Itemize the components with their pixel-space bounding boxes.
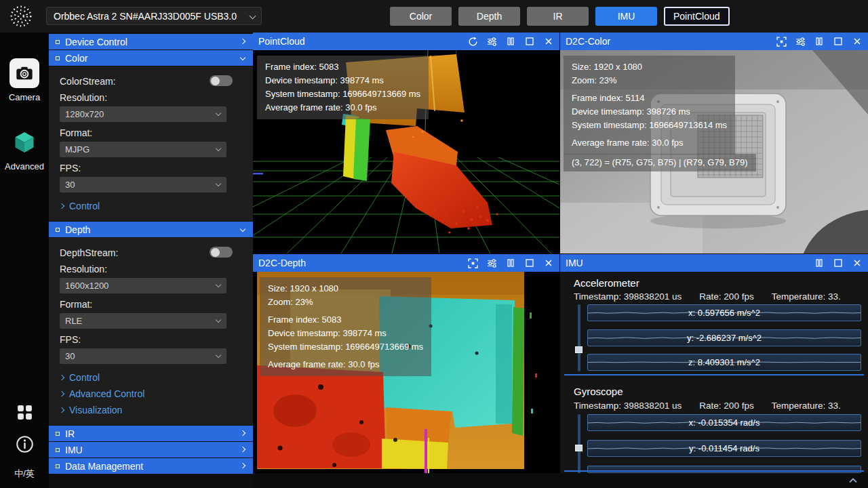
system-timestamp: System timestamp: 1696649713669 ms bbox=[265, 87, 420, 101]
system-timestamp: System timestamp: 1696649713669 ms bbox=[268, 340, 423, 354]
color-format-value: MJPG bbox=[65, 144, 90, 155]
accel-temperature: Temperature: 33. bbox=[772, 291, 841, 302]
depth-visualization-link[interactable]: Visualization bbox=[60, 402, 242, 418]
close-icon[interactable] bbox=[852, 258, 863, 268]
colorstream-toggle[interactable] bbox=[210, 75, 233, 86]
pause-icon[interactable] bbox=[814, 258, 825, 268]
orbbec-viewer-app: Orbbec Astra 2 SN#AARJ33D005F USB3.0 Col… bbox=[0, 0, 868, 488]
chevron-right-icon bbox=[240, 430, 245, 436]
format-label: Format: bbox=[60, 298, 242, 311]
depth-format-select[interactable]: RLE bbox=[60, 313, 226, 329]
d2c-depth-info-overlay: Size: 1920 x 1080 Zoom: 23% Frame index:… bbox=[260, 277, 431, 376]
chevron-right-icon bbox=[240, 39, 245, 44]
link-label: Advanced Control bbox=[69, 388, 144, 399]
chevron-down-icon bbox=[240, 226, 245, 232]
chevron-right-icon bbox=[240, 463, 245, 468]
slider-handle[interactable] bbox=[575, 346, 583, 353]
accel-y-strip: y: -2.686237 m/s^2 bbox=[587, 329, 861, 346]
d2c-depth-viewport[interactable]: Size: 1920 x 1080 Zoom: 23% Frame index:… bbox=[253, 272, 559, 473]
fit-window-icon[interactable] bbox=[467, 258, 478, 268]
language-toggle-button[interactable]: 中/英 bbox=[0, 468, 49, 480]
gyroscope-heading: Gyroscope bbox=[574, 386, 623, 397]
render-settings-icon[interactable] bbox=[486, 258, 497, 268]
pause-icon[interactable] bbox=[505, 36, 516, 47]
close-icon[interactable] bbox=[543, 258, 554, 268]
accel-x-value: x: 0.597656 m/s^2 bbox=[688, 308, 760, 318]
section-label: IMU bbox=[65, 445, 83, 455]
imu-panel: IMU Accelerometer Timestamp: 398838201 u… bbox=[560, 254, 868, 473]
reset-view-icon[interactable] bbox=[467, 36, 478, 47]
depthstream-toggle[interactable] bbox=[210, 247, 233, 258]
color-fps-select[interactable]: 30 bbox=[60, 177, 226, 192]
accelerometer-meta: Timestamp: 398838201 us Rate: 200 fps Te… bbox=[574, 291, 868, 302]
link-label: Control bbox=[69, 201, 100, 211]
color-control-link[interactable]: Control bbox=[60, 198, 242, 214]
depth-stream-button[interactable]: Depth bbox=[458, 7, 520, 26]
bullet-icon bbox=[56, 464, 60, 468]
info-icon bbox=[16, 435, 34, 456]
pixel-info-overlay: (3, 722) = (R75, G75, B75) | (R79, G79, … bbox=[564, 154, 756, 171]
frame-index: Frame index: 5114 bbox=[572, 92, 727, 105]
imu-stream-button[interactable]: IMU bbox=[595, 7, 657, 26]
render-settings-icon[interactable] bbox=[795, 36, 806, 47]
sidebar-item-advanced[interactable]: Advanced bbox=[0, 130, 49, 171]
render-settings-icon[interactable] bbox=[486, 36, 497, 47]
resolution-label: Resolution: bbox=[60, 91, 242, 104]
accel-scale-slider[interactable] bbox=[578, 304, 580, 371]
accelerometer-heading: Accelerometer bbox=[574, 277, 639, 289]
d2c-color-viewport[interactable]: Size: 1920 x 1080 Zoom: 23% Frame index:… bbox=[560, 50, 868, 253]
chevron-down-icon bbox=[240, 55, 245, 60]
pause-icon[interactable] bbox=[505, 258, 516, 268]
sidebar-camera-label: Camera bbox=[9, 92, 40, 102]
chevron-right-icon bbox=[59, 203, 64, 209]
section-depth[interactable]: Depth bbox=[49, 222, 253, 237]
color-fps-value: 30 bbox=[65, 180, 75, 190]
ir-stream-button[interactable]: IR bbox=[527, 7, 589, 26]
accel-x-strip: x: 0.597656 m/s^2 bbox=[587, 304, 861, 321]
pointcloud-stream-button[interactable]: PointCloud bbox=[664, 7, 730, 26]
color-resolution-select[interactable]: 868x488 bbox=[60, 106, 226, 122]
chevron-up-icon[interactable] bbox=[848, 475, 859, 488]
pointcloud-viewport[interactable]: Frame index: 5083 Device timestamp: 3987… bbox=[253, 50, 559, 253]
section-color[interactable]: Color bbox=[49, 50, 253, 66]
section-ir[interactable]: IR bbox=[49, 426, 253, 441]
chevron-down-icon bbox=[216, 181, 221, 186]
depth-resolution-select[interactable]: 1600x1200 bbox=[60, 278, 226, 293]
device-timestamp: Device timestamp: 398726 ms bbox=[572, 105, 727, 119]
device-timestamp: Device timestamp: 398774 ms bbox=[265, 74, 420, 87]
color-format-select[interactable]: MJPG bbox=[60, 142, 226, 157]
bullet-icon bbox=[56, 448, 60, 452]
sidebar-item-camera[interactable]: Camera bbox=[0, 58, 49, 102]
camera-icon bbox=[9, 58, 39, 88]
depth-fps-select[interactable]: 30 bbox=[60, 348, 226, 364]
grid-icon bbox=[16, 404, 33, 424]
fit-window-icon[interactable] bbox=[776, 36, 787, 47]
about-button[interactable] bbox=[0, 435, 49, 456]
depth-advanced-control-link[interactable]: Advanced Control bbox=[60, 386, 242, 402]
maximize-icon[interactable] bbox=[524, 36, 535, 47]
gyro-scale-slider[interactable] bbox=[578, 414, 580, 473]
section-device-control[interactable]: Device Control bbox=[49, 34, 253, 49]
apps-grid-button[interactable] bbox=[0, 404, 49, 424]
depth-control-link[interactable]: Control bbox=[60, 369, 242, 386]
depth-format-value: RLE bbox=[65, 316, 82, 326]
close-icon[interactable] bbox=[852, 36, 863, 47]
cube-icon bbox=[12, 130, 37, 157]
close-icon[interactable] bbox=[543, 36, 554, 47]
section-imu[interactable]: IMU bbox=[49, 442, 253, 458]
gyro-timestamp: Timestamp: 398838201 us bbox=[574, 401, 682, 411]
color-stream-button[interactable]: Color bbox=[390, 7, 452, 26]
imu-content: Accelerometer Timestamp: 398838201 us Ra… bbox=[560, 272, 868, 473]
maximize-icon[interactable] bbox=[833, 258, 844, 268]
section-data-management[interactable]: Data Management bbox=[49, 458, 253, 474]
maximize-icon[interactable] bbox=[833, 36, 844, 47]
maximize-icon[interactable] bbox=[524, 258, 535, 268]
sidebar-advanced-label: Advanced bbox=[5, 161, 44, 171]
pause-icon[interactable] bbox=[814, 36, 825, 47]
gyro-z-strip-partial bbox=[587, 466, 861, 473]
frame-index: Frame index: 5083 bbox=[268, 313, 423, 327]
device-selector[interactable]: Orbbec Astra 2 SN#AARJ33D005F USB3.0 bbox=[46, 7, 262, 25]
slider-handle[interactable] bbox=[575, 445, 583, 451]
panel-title: PointCloud bbox=[258, 36, 467, 47]
frame-index: Frame index: 5083 bbox=[265, 60, 420, 74]
